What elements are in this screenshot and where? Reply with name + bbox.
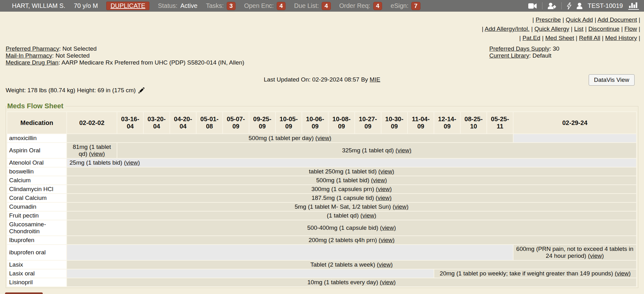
quick-link-flow[interactable]: Flow [625, 25, 637, 32]
meds-flow-sheet-title: Meds Flow Sheet [7, 102, 66, 110]
counter-badge[interactable]: 3 [227, 2, 236, 10]
med-value-cell: 200mg (2 tablets q4h prn) (view) [67, 236, 636, 245]
med-value-cell [67, 245, 513, 260]
status-label: Status: [158, 2, 177, 9]
view-link[interactable]: (view) [380, 224, 396, 231]
column-header: 09-25- 09 [249, 112, 275, 134]
last-updated-line: Last Updated On: 02-29-2024 08:57 By MIE [0, 76, 644, 83]
medication-name-cell: Lisinopril [7, 278, 67, 287]
counter-badge[interactable]: 7 [411, 2, 420, 10]
medication-name-cell: boswellin [7, 167, 67, 176]
bar-chart-icon[interactable] [628, 2, 639, 10]
med-value-cell: 20mg (1 tablet po weekly; take if weight… [434, 269, 636, 278]
med-dose-text: 187.5mg (1 capsule tid) [312, 195, 374, 201]
medication-name-cell: Atenolol Oral [7, 158, 67, 167]
med-value-cell: 600mg (PRN pain, not to exceed 4 tablets… [513, 245, 636, 260]
med-dose-text: 325mg (1 tablet qd) [342, 147, 394, 154]
counter-badge[interactable]: 4 [277, 2, 286, 10]
view-link[interactable]: (view) [376, 186, 392, 192]
table-row: Coumadin5mg (1 tablet M- Sat, 1/2 tablet… [7, 202, 636, 211]
view-link[interactable]: (view) [378, 168, 394, 175]
view-link[interactable]: (view) [360, 212, 376, 219]
view-link[interactable]: (view) [376, 195, 392, 201]
info-label-link[interactable]: Mail-In Pharmacy [6, 52, 52, 59]
quick-link-add-allergy-intol-[interactable]: Add Allergy/Intol. [485, 25, 530, 32]
add-person-icon[interactable] [548, 3, 556, 9]
topbar-counters: Tasks:3Open Enc:4Due List:4Order Req:4eS… [206, 2, 420, 10]
med-value-cell: 5mg (1 tablet M- Sat, 1/2 tablet Sun) (v… [67, 202, 636, 211]
info-label-link[interactable]: Medicare Drug Plan [6, 59, 58, 66]
quick-links-row: | Pat.Ed | Med Sheet | Refill All | Med … [0, 33, 640, 42]
lightning-icon[interactable] [567, 3, 571, 9]
quick-link-med-history[interactable]: Med History [605, 35, 637, 41]
view-link[interactable]: (view) [392, 203, 408, 210]
view-link[interactable]: (view) [315, 135, 331, 141]
quick-link-list[interactable]: List [574, 25, 584, 32]
view-link[interactable]: (view) [379, 237, 395, 243]
quick-link-add-document[interactable]: Add Document [597, 16, 637, 23]
med-value-cell: 187.5mg (1 capsule tid) (view) [67, 194, 636, 202]
view-link[interactable]: (view) [615, 270, 631, 277]
info-label-link[interactable]: Current Library [489, 52, 529, 59]
column-header: 10-05- 09 [275, 112, 302, 134]
view-link[interactable]: (view) [396, 147, 412, 154]
quick-link-discontinue[interactable]: Discontinue [588, 25, 619, 32]
counter: Tasks:3 [206, 2, 236, 10]
quick-link-med-sheet[interactable]: Med Sheet [545, 35, 574, 41]
medication-name-cell: Ibuprofen [7, 236, 67, 245]
view-link[interactable]: (view) [588, 252, 604, 259]
patient-age-sex: 70 y/o M [74, 2, 98, 9]
counter-badge[interactable]: 4 [373, 2, 382, 10]
table-row: boswellintablet 250mg (1 tablet tid) (vi… [7, 167, 636, 176]
column-header: 05-07- 09 [223, 112, 249, 134]
medication-name-cell: Glucosamine-Chondroitin [7, 220, 67, 236]
quick-link-quick-add[interactable]: Quick Add [566, 16, 593, 23]
med-value-cell: 10mg (1 tablets every day) (view) [67, 278, 636, 287]
med-dose-text: 25mg (1 tablets bid) [69, 159, 122, 166]
table-row: Atenolol Oral25mg (1 tablets bid) (view) [7, 158, 636, 167]
quick-link-pat-ed[interactable]: Pat.Ed [522, 35, 540, 41]
separator [542, 2, 542, 9]
info-label-link[interactable]: Preferred Days Supply [489, 45, 549, 52]
quick-link-prescribe[interactable]: Prescribe [536, 16, 561, 23]
medication-name-cell: Clindamycin HCl [7, 185, 67, 194]
med-value-cell: 81mg (1 tablet qd) (view) [67, 143, 117, 158]
med-dose-text: Tablet (2 tablets a week) [310, 261, 375, 268]
view-link[interactable]: (view) [377, 261, 393, 268]
quick-link-quick-allergy[interactable]: Quick Allergy [534, 25, 569, 32]
quick-link-refill-all[interactable]: Refill All [579, 35, 600, 41]
table-row: amoxicillin500mg (1 tablet per day) (vie… [7, 134, 636, 143]
counter-label: Open Enc: [244, 2, 274, 9]
column-header: 11-04- 09 [408, 112, 434, 134]
header-row: Medication02-02-0203-16- 0403-20- 0404-2… [7, 112, 636, 134]
info-line: Current Library: Default [489, 52, 638, 59]
status-value: Active [180, 2, 197, 9]
med-value-cell: 500mg (1 tablet per day) (view) [67, 134, 513, 143]
table-row: Fruit pectin(1 tablet qd) (view) [7, 211, 636, 220]
column-header: Medication [7, 112, 67, 134]
datavis-view-button[interactable]: DataVis View [589, 74, 635, 86]
counter: Open Enc:4 [244, 2, 286, 10]
system-id[interactable]: TEST-10019 [588, 2, 623, 9]
med-dose-text: 5mg (1 tablet M- Sat, 1/2 tablet Sun) [295, 203, 391, 210]
table-row: ibuprofen oral600mg (PRN pain, not to ex… [7, 245, 636, 260]
view-link[interactable]: (view) [89, 150, 105, 157]
info-label-link[interactable]: Preferred Pharmacy [6, 45, 59, 52]
view-link[interactable]: (view) [380, 279, 396, 286]
column-header: 02-29-24 [513, 112, 636, 134]
user-icon[interactable] [577, 3, 582, 9]
video-camera-icon[interactable] [528, 3, 537, 9]
counter: eSign:7 [391, 2, 420, 10]
counter: Due List:4 [294, 2, 331, 10]
duplicate-badge[interactable]: DUPLICATE [106, 2, 149, 10]
view-link[interactable]: (view) [371, 177, 387, 184]
counter-badge[interactable]: 4 [322, 2, 331, 10]
med-value-cell: 25mg (1 tablets bid) (view) [67, 158, 636, 167]
pencil-icon[interactable] [138, 88, 144, 93]
meds-flow-sheet-section: Meds Flow Sheet Medication02-02-0203-16-… [6, 102, 638, 288]
medication-name-cell: Lasix [7, 260, 67, 269]
counter-label: Tasks: [206, 2, 224, 9]
last-updated-by-link[interactable]: MIE [370, 76, 380, 83]
view-link[interactable]: (view) [124, 159, 140, 166]
table-row: Lasix oral20mg (1 tablet po weekly; take… [7, 269, 636, 278]
